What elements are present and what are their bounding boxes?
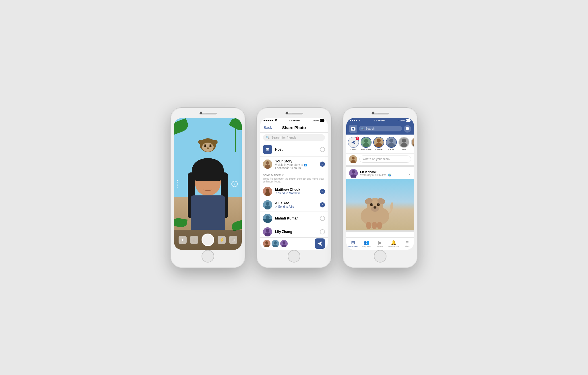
progress-dot [177, 182, 178, 183]
story-radio-checked[interactable]: ✓ [320, 162, 325, 167]
allis-info: Allis Yao ↗ Send to Allis [275, 201, 317, 208]
leo-story-item[interactable]: Leo [399, 137, 409, 151]
direct-story-item[interactable]: 2 Direct [348, 137, 359, 151]
news-feed-post: Liz Keneski Yesterday at 10:14 PM · 🌍 ⌄ [346, 167, 414, 232]
svg-rect-38 [352, 127, 353, 128]
share-bottom-bar [260, 237, 328, 250]
smile [204, 187, 212, 191]
matthew-checked[interactable]: ✓ [320, 189, 325, 194]
friend-row-mahati[interactable]: Mahati Kumar [260, 212, 328, 225]
more-icon: ≡ [406, 240, 409, 245]
flip-camera-button[interactable]: ⊙ [190, 236, 198, 244]
fb-search-bar[interactable]: 🔍 Search [359, 126, 402, 131]
phone-facebook: ▲ 12:30 PM 100% 🔍 [343, 108, 417, 268]
svg-point-1 [202, 143, 214, 152]
matthew-action: ↗ Send to Matthew [275, 192, 317, 195]
requests-icon: 👥 [364, 240, 370, 245]
sharon-label: Sharon [375, 148, 382, 151]
laura-label: Laura [388, 148, 394, 151]
post-option-name: Post [275, 147, 317, 151]
direct-button[interactable]: 2 [348, 137, 359, 148]
share-content[interactable]: 🔍 Search for friends ⊞ Post [260, 133, 328, 250]
videos-icon: ▶ [378, 240, 382, 245]
svg-point-7 [198, 140, 203, 144]
messenger-icon-svg [405, 127, 409, 131]
search-icon: 🔍 [266, 136, 270, 139]
leo-avatar [399, 137, 409, 148]
gallery-button[interactable]: ⊞ [229, 236, 237, 244]
svg-point-4 [204, 145, 206, 147]
person-body [191, 195, 225, 230]
fb-search-placeholder: Search [365, 127, 375, 130]
liz-avatar-svg [349, 169, 358, 178]
leo-label: Leo [402, 148, 406, 151]
svg-rect-71 [372, 222, 377, 229]
sharon-story-item[interactable]: Sharon [373, 137, 384, 151]
lily-radio[interactable] [320, 229, 325, 234]
current-user-avatar [349, 155, 357, 163]
svg-point-55 [352, 157, 355, 160]
post-box[interactable]: What's on your mind? [346, 154, 414, 167]
mahati-radio[interactable] [320, 216, 325, 221]
laura-story-item[interactable]: Laura [386, 137, 397, 151]
flash-button[interactable]: ⚡ [218, 236, 226, 244]
share-title: Share Photo [282, 125, 306, 130]
story-option-avatar [263, 160, 272, 169]
stories-bar: 2 Direct [346, 135, 414, 154]
person-silhouette [188, 158, 228, 230]
allis-action: ↗ Send to Allis [275, 205, 317, 208]
sharon-svg [374, 137, 384, 147]
lily-avatar-svg [263, 227, 272, 236]
camera-story-icon[interactable] [349, 125, 357, 133]
messenger-button[interactable] [404, 125, 411, 133]
camera-nav-arrow[interactable]: › [231, 181, 238, 187]
post-radio[interactable] [320, 147, 325, 152]
svg-point-31 [274, 241, 277, 244]
back-button[interactable]: Back [264, 125, 272, 130]
more-tab[interactable]: ≡ More [401, 240, 414, 247]
notification-badge: 2 [356, 137, 359, 140]
front-camera [372, 112, 374, 114]
svg-point-22 [266, 229, 269, 232]
direct-label: Direct [351, 148, 357, 151]
battery-icon [320, 119, 324, 122]
liz-avatar [349, 169, 358, 178]
story-option[interactable]: Your Story Visible in your story to 👥 Fr… [260, 157, 328, 172]
post-meta: Yesterday at 10:14 PM · 🌍 [360, 174, 405, 176]
svg-point-34 [283, 241, 285, 244]
share-header: Back Share Photo [260, 123, 328, 133]
post-input[interactable]: What's on your mind? [359, 156, 411, 163]
send-button[interactable] [315, 238, 325, 249]
news-feed-tab[interactable]: ⊞ News Feed [346, 240, 360, 248]
friend-search[interactable]: 🔍 Search for friends [263, 134, 325, 141]
allis-checked[interactable]: ✓ [320, 202, 325, 207]
battery-pct: 100% [398, 119, 405, 122]
friend-row-allis[interactable]: Allis Yao ↗ Send to Allis ✓ [260, 198, 328, 212]
your-story-item[interactable]: Your Story [361, 137, 372, 151]
friend-row-lily[interactable]: Lily Zhang [260, 225, 328, 239]
selected-avatar-3 [280, 240, 288, 247]
post-option[interactable]: ⊞ Post [260, 143, 328, 157]
svg-point-13 [266, 189, 269, 192]
requests-tab[interactable]: 👥 Requests [360, 240, 373, 248]
svg-point-66 [372, 203, 373, 205]
friend-row-matthew[interactable]: Matthew Cheok ↗ Send to Matthew ✓ [260, 185, 328, 198]
mahati-avatar [263, 214, 272, 223]
more-label: More [405, 245, 409, 247]
post-options-chevron[interactable]: ⌄ [408, 171, 411, 176]
mahati-name: Mahati Kumar [275, 216, 317, 220]
effects-button[interactable]: ✦ [179, 236, 187, 244]
phone-camera: › ✦ ⊙ ⚡ ⊞ [171, 108, 245, 268]
shutter-button[interactable] [202, 234, 214, 246]
ash-story-item[interactable]: Ash... [411, 137, 414, 151]
lily-info: Lily Zhang [275, 230, 317, 234]
svg-point-19 [266, 215, 270, 219]
ash-avatar [411, 137, 414, 148]
videos-tab[interactable]: ▶ Videos [373, 240, 387, 248]
post-header: Liz Keneski Yesterday at 10:14 PM · 🌍 ⌄ [346, 167, 414, 179]
svg-point-37 [352, 128, 354, 130]
notifications-tab[interactable]: 🔔 Notifications [387, 240, 401, 248]
wifi-icon: ▲ [359, 119, 361, 122]
lily-name: Lily Zhang [275, 230, 317, 234]
progress-dots [177, 180, 178, 188]
